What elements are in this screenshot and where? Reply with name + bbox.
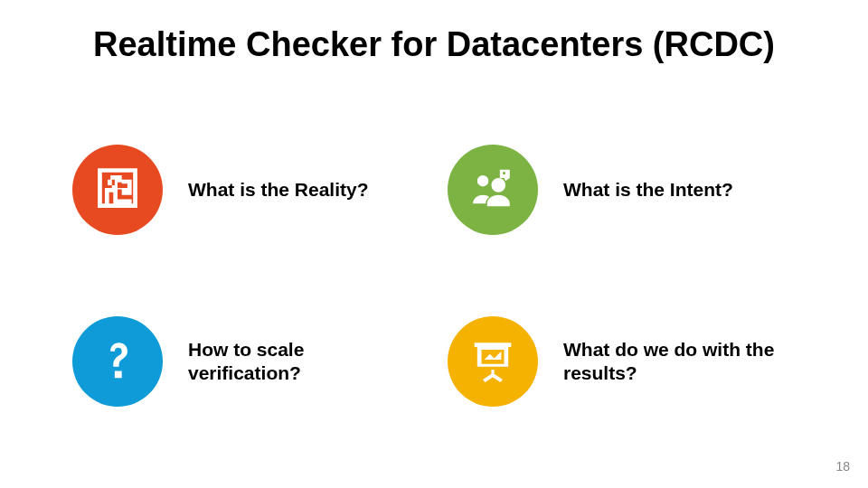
item-reality: What is the Reality? <box>72 145 420 235</box>
item-label: How to scale verification? <box>188 338 405 386</box>
item-results: What do we do with the results? <box>448 316 796 407</box>
question-mark-icon <box>95 337 140 386</box>
item-label: What is the Intent? <box>563 178 733 202</box>
items-grid: What is the Reality? What is the Intent?… <box>72 145 796 407</box>
slide-title: Realtime Checker for Datacenters (RCDC) <box>0 25 868 64</box>
page-number: 18 <box>835 459 850 474</box>
item-label: What do we do with the results? <box>563 338 780 386</box>
item-intent: What is the Intent? <box>448 145 796 235</box>
icon-circle <box>448 316 538 407</box>
item-scale: How to scale verification? <box>72 316 420 407</box>
icon-circle <box>448 145 538 235</box>
icon-circle <box>72 145 163 235</box>
icon-circle <box>72 316 163 407</box>
presentation-board-icon <box>470 337 515 386</box>
maze-icon <box>95 165 140 214</box>
people-question-icon <box>470 165 515 214</box>
item-label: What is the Reality? <box>188 178 369 202</box>
